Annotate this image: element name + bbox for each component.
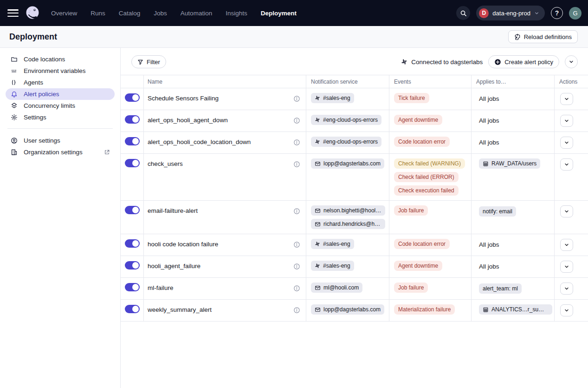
applies-to-label: RAW_DATA/users xyxy=(491,160,536,167)
event-badge: Check failed (WARNING) xyxy=(394,158,465,169)
search-icon xyxy=(460,10,467,17)
policy-enabled-toggle[interactable] xyxy=(125,159,140,167)
policy-enabled-toggle[interactable] xyxy=(125,93,140,102)
policy-name: alert_ops_hooli_code_location_down xyxy=(148,138,251,145)
toggle-cell xyxy=(121,154,144,200)
actions-cell xyxy=(555,300,588,321)
sidebar-item-alert-policies[interactable]: Alert policies xyxy=(6,88,115,100)
nav-item-automation[interactable]: Automation xyxy=(181,10,212,17)
nav-item-overview[interactable]: Overview xyxy=(51,10,77,17)
event-badge: Job failure xyxy=(394,283,428,293)
external-link-icon xyxy=(104,149,110,155)
hamburger-menu-icon[interactable] xyxy=(7,9,19,17)
row-actions-button[interactable] xyxy=(560,283,573,295)
row-actions-button[interactable] xyxy=(560,137,573,149)
email-icon xyxy=(315,208,321,214)
policy-enabled-toggle[interactable] xyxy=(125,206,140,214)
sidebar-item-agents[interactable]: Agents xyxy=(6,77,115,88)
table-row: hooli_agent_failure#sales-engAgent downt… xyxy=(121,256,588,278)
policy-enabled-toggle[interactable] xyxy=(125,115,140,124)
row-actions-button[interactable] xyxy=(560,93,573,105)
info-icon[interactable] xyxy=(293,285,300,292)
email-pill: ml@hooli.com xyxy=(311,283,362,293)
policy-enabled-toggle[interactable] xyxy=(125,137,140,145)
info-icon[interactable] xyxy=(293,263,300,270)
nav-item-deployment[interactable]: Deployment xyxy=(261,10,297,17)
applies-to-text: All jobs xyxy=(479,117,499,124)
policy-enabled-toggle[interactable] xyxy=(125,261,140,270)
actions-cell xyxy=(555,88,588,110)
table-row: Schedule Sensors Failing#sales-engTick f… xyxy=(121,88,588,110)
user-avatar[interactable]: G xyxy=(569,7,582,20)
tag-pill: notify: email xyxy=(479,206,516,217)
toggle-cell xyxy=(121,278,144,299)
policy-enabled-toggle[interactable] xyxy=(125,305,140,313)
notification-label: #sales-eng xyxy=(323,95,350,101)
nav-item-insights[interactable]: Insights xyxy=(226,10,247,17)
table-row: ml-failureml@hooli.comJob failurealert_t… xyxy=(121,278,588,300)
sidebar-item-concurrency-limits[interactable]: Concurrency limits xyxy=(6,100,115,112)
sidebar-item-user-settings[interactable]: User settings xyxy=(6,135,115,146)
bell-icon xyxy=(10,91,18,98)
events-cell: Agent downtime xyxy=(389,110,472,132)
chevron-down-icon xyxy=(564,162,569,167)
sidebar-item-code-locations[interactable]: Code locations xyxy=(6,53,115,65)
name-cell: weekly_summary_alert xyxy=(144,300,306,321)
search-button[interactable] xyxy=(456,6,470,20)
chevron-down-icon xyxy=(564,308,569,313)
chevron-down-icon xyxy=(534,11,539,16)
slack-icon xyxy=(315,139,320,145)
dagster-logo-icon[interactable] xyxy=(24,5,41,21)
row-actions-button[interactable] xyxy=(560,304,573,316)
notification-label: nelson.bighetti@hooli.co… xyxy=(323,207,381,214)
nav-item-runs[interactable]: Runs xyxy=(90,10,105,17)
row-actions-button[interactable] xyxy=(560,261,573,273)
info-icon[interactable] xyxy=(293,139,300,146)
email-pill: lopp@dagsterlabs.com xyxy=(311,304,384,315)
sidebar-item-organization-settings[interactable]: Organization settings xyxy=(6,146,115,158)
slack-channel-pill: #sales-eng xyxy=(311,261,354,271)
row-actions-button[interactable] xyxy=(560,239,573,251)
policy-name: check_users xyxy=(148,160,183,167)
policy-enabled-toggle[interactable] xyxy=(125,283,140,291)
filter-icon xyxy=(137,59,143,65)
nav-item-jobs[interactable]: Jobs xyxy=(154,10,167,17)
plus-circle-icon xyxy=(494,59,501,66)
info-icon[interactable] xyxy=(293,95,300,102)
deployment-switcher[interactable]: D data-eng-prod xyxy=(476,6,545,20)
info-icon[interactable] xyxy=(293,117,300,124)
info-icon[interactable] xyxy=(293,241,300,248)
alert-policies-table-body: Schedule Sensors Failing#sales-engTick f… xyxy=(121,88,588,322)
applies-to-cell: All jobs xyxy=(472,132,555,153)
info-icon[interactable] xyxy=(293,208,300,215)
sidebar-item-settings[interactable]: Settings xyxy=(6,112,115,123)
reload-definitions-button[interactable]: Reload definitions xyxy=(508,30,578,43)
sidebar-item-environment-variables[interactable]: Environment variables xyxy=(6,65,115,77)
table-row: alert_ops_hooli_agent_down#eng-cloud-ops… xyxy=(121,110,588,132)
asset-table-icon xyxy=(483,307,489,313)
create-alert-policy-button[interactable]: Create alert policy xyxy=(488,55,559,68)
create-policy-dropdown-button[interactable] xyxy=(565,55,578,68)
row-actions-button[interactable] xyxy=(560,115,573,127)
filter-button[interactable]: Filter xyxy=(131,55,166,68)
help-button[interactable]: ? xyxy=(551,7,563,19)
top-nav: Overview Runs Catalog Jobs Automation In… xyxy=(0,0,588,26)
policy-name: ml-failure xyxy=(148,284,174,291)
slack-icon xyxy=(315,263,320,269)
chevron-down-icon xyxy=(564,118,569,124)
toggle-cell xyxy=(121,201,144,234)
policy-enabled-toggle[interactable] xyxy=(125,239,140,248)
applies-to-label: notify: email xyxy=(483,208,512,215)
notification-service-cell: #sales-eng xyxy=(306,234,389,256)
row-actions-button[interactable] xyxy=(560,205,573,217)
event-badge: Tick failure xyxy=(394,93,429,103)
asset-table-icon xyxy=(483,161,489,167)
event-badge: Agent downtime xyxy=(394,261,442,271)
info-icon[interactable] xyxy=(293,161,300,168)
alert-policies-toolbar: Filter Connected to dagsterlabs Create a… xyxy=(121,48,588,75)
nav-item-catalog[interactable]: Catalog xyxy=(119,10,141,17)
reload-icon xyxy=(514,33,521,40)
toggle-cell xyxy=(121,300,144,321)
info-icon[interactable] xyxy=(293,307,300,314)
row-actions-button[interactable] xyxy=(560,158,573,171)
